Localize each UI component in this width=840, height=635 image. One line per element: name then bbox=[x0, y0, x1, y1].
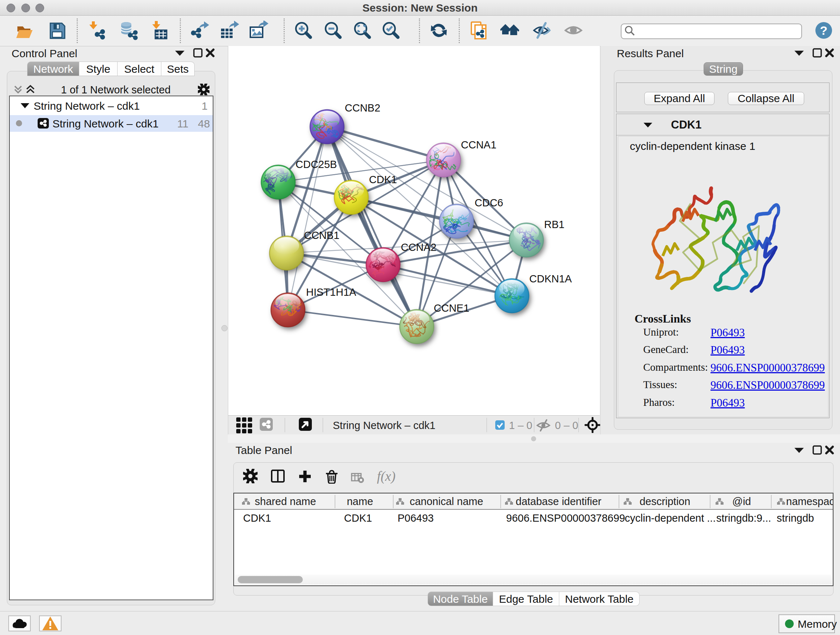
svg-text:CCNB1: CCNB1 bbox=[304, 230, 339, 241]
svg-text:CCNA2: CCNA2 bbox=[401, 241, 436, 253]
svg-text:CDC6: CDC6 bbox=[475, 197, 503, 209]
svg-text:CCNE1: CCNE1 bbox=[434, 302, 469, 314]
svg-text:RB1: RB1 bbox=[544, 219, 564, 230]
svg-text:CDKN1A: CDKN1A bbox=[529, 273, 572, 285]
svg-text:CCNA1: CCNA1 bbox=[461, 139, 496, 150]
svg-text:HIST1H1A: HIST1H1A bbox=[306, 287, 356, 298]
svg-text:CDC25B: CDC25B bbox=[295, 158, 337, 170]
svg-text:CDK1: CDK1 bbox=[369, 174, 397, 185]
svg-text:CCNB2: CCNB2 bbox=[345, 102, 380, 114]
